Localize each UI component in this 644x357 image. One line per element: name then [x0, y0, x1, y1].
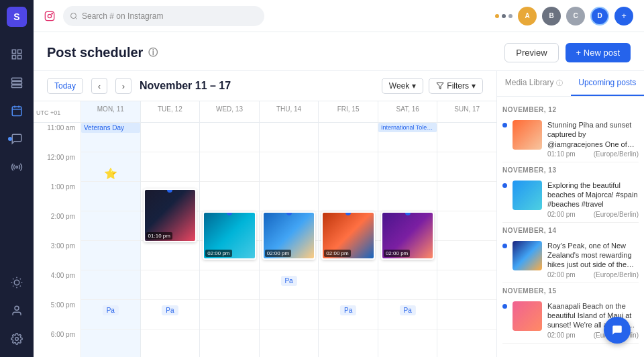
post-time-thu: 02:00 pm [265, 250, 291, 257]
section-nov14: NOVEMBER, 14 [502, 223, 639, 237]
search-bar[interactable]: Search # on Instagram [63, 6, 264, 26]
sidebar-item-chat[interactable] [5, 128, 28, 150]
post-card-thu[interactable]: 02:00 pm [262, 211, 316, 260]
post-time-wed: 02:00 pm [205, 250, 231, 257]
mon-3pm[interactable] [81, 241, 140, 270]
item-text-nov13: Exploring the beautiful beaches of Major… [547, 181, 639, 209]
day-column-tue[interactable]: 01:10 pm Pa [140, 123, 200, 357]
page-header: Post scheduler ⓘ Preview + New post [34, 32, 644, 71]
platform-selector[interactable] [44, 11, 55, 21]
day-header-thu: THU, 14 [259, 101, 319, 122]
post-card-wed[interactable]: 02:00 pm [203, 211, 256, 260]
mon-5pm[interactable]: Pa [81, 300, 140, 329]
upcoming-item-nov13[interactable]: Exploring the beautiful beaches of Major… [502, 176, 639, 223]
day-header-mon: MON, 11 [80, 101, 140, 122]
time-label-1pm: 1:00 pm [34, 182, 80, 211]
app-logo[interactable]: S [7, 7, 27, 27]
preview-button[interactable]: Preview [504, 43, 558, 62]
upcoming-item-nov14[interactable]: Roy's Peak, one of New Zealand's most re… [502, 237, 639, 283]
time-label-11am: 11:00 am [34, 123, 80, 152]
post-card-tue[interactable]: 01:10 pm [144, 189, 197, 242]
mon-pa-badge: Pa [103, 305, 119, 315]
avatar-1[interactable]: A [518, 7, 537, 26]
sidebar-item-calendar[interactable] [5, 99, 28, 122]
veterans-day-banner: Veterans Day [81, 123, 140, 133]
sidebar-item-layers[interactable] [5, 71, 28, 94]
timezone-cell: UTC +01 [34, 101, 80, 122]
day-header-fri: FRI, 15 [318, 101, 378, 122]
section-nov13: NOVEMBER, 13 [502, 162, 639, 176]
mon-1pm[interactable] [81, 182, 140, 211]
item-info-nov13: Exploring the beautiful beaches of Major… [547, 181, 639, 218]
item-info-nov12: Stunning Piha and sunset captured by @ia… [547, 120, 639, 158]
filter-icon [436, 82, 444, 90]
chat-bubble-button[interactable] [604, 317, 631, 344]
mon-2pm[interactable] [81, 211, 140, 241]
section-nov12: NOVEMBER, 12 [502, 102, 639, 116]
item-text-nov14: Roy's Peak, one of New Zealand's most re… [547, 241, 639, 270]
today-button[interactable]: Today [47, 78, 83, 94]
sidebar-item-broadcast[interactable] [5, 156, 28, 178]
day-column-mon[interactable]: Veterans Day ⭐ Pa [80, 123, 140, 357]
mon-4pm[interactable] [81, 270, 140, 300]
svg-rect-5 [12, 82, 22, 85]
svg-rect-0 [12, 50, 15, 53]
post-dot-sat [405, 211, 411, 215]
svg-rect-1 [18, 50, 21, 53]
mon-6pm[interactable] [81, 329, 140, 357]
toolbar-right: Week ▾ Filters ▾ [382, 78, 483, 94]
svg-rect-4 [12, 78, 22, 81]
item-meta-nov12: 01:10 pm (Europe/Berlin) [547, 150, 639, 158]
item-dot-nov12 [502, 123, 507, 128]
day-column-wed[interactable]: 02:00 pm [199, 123, 259, 357]
upcoming-item-nov12[interactable]: Stunning Piha and sunset captured by @ia… [502, 116, 639, 162]
item-meta-nov13: 02:00 pm (Europe/Berlin) [547, 211, 639, 218]
add-account-button[interactable]: + [614, 7, 633, 26]
sidebar-item-user[interactable] [5, 299, 28, 322]
filters-button[interactable]: Filters ▾ [429, 78, 483, 94]
day-header-wed: WED, 13 [199, 101, 259, 122]
day-column-fri[interactable]: 02:00 pm Pa [318, 123, 378, 357]
svg-line-16 [20, 286, 21, 287]
calendar-toolbar: Today ‹ › November 11 – 17 Week ▾ Filter… [34, 71, 496, 101]
avatar-2[interactable]: B [542, 7, 561, 26]
svg-line-27 [75, 17, 76, 19]
svg-point-26 [71, 13, 76, 18]
avatar-3[interactable]: C [566, 7, 585, 26]
calendar-scroll-area[interactable]: UTC +01 MON, 11 TUE, 12 WED, 13 THU, 14 [34, 101, 496, 357]
next-button[interactable]: › [115, 78, 131, 94]
time-label-4pm: 4:00 pm [34, 270, 80, 300]
svg-rect-3 [18, 56, 21, 59]
calendar-grid: UTC +01 MON, 11 TUE, 12 WED, 13 THU, 14 [34, 101, 496, 357]
day-column-sat[interactable]: International Tolerance... 02:00 pm [378, 123, 437, 357]
day-column-sun[interactable] [437, 123, 496, 357]
search-placeholder: Search # on Instagram [82, 11, 163, 21]
day-column-thu[interactable]: 02:00 pm Pa [259, 123, 319, 357]
tab-upcoming-posts[interactable]: Upcoming posts [571, 71, 645, 96]
day-header-sat: SAT, 16 [378, 101, 437, 122]
calendar-header: UTC +01 MON, 11 TUE, 12 WED, 13 THU, 14 [34, 101, 496, 123]
notification-dot [8, 137, 12, 141]
svg-line-20 [20, 278, 21, 279]
post-card-sat[interactable]: 02:00 pm [381, 211, 435, 260]
tab-media-library[interactable]: Media Library ⓘ [497, 71, 571, 96]
item-dot-nov13 [502, 183, 507, 188]
week-selector[interactable]: Week ▾ [382, 78, 423, 94]
mon-12pm[interactable]: ⭐ [81, 152, 140, 182]
star-event: ⭐ [104, 167, 117, 180]
post-dot-thu [286, 211, 292, 215]
sidebar: S [0, 0, 34, 357]
post-time-fri: 02:00 pm [324, 250, 350, 257]
sidebar-item-settings[interactable] [5, 327, 28, 350]
post-card-fri[interactable]: 02:00 pm [321, 211, 375, 260]
section-nov15: NOVEMBER, 15 [502, 283, 639, 297]
post-image-fri: 02:00 pm [323, 213, 374, 258]
new-post-button[interactable]: + New post [566, 43, 631, 62]
item-thumb-nov13 [513, 181, 542, 210]
svg-rect-6 [12, 85, 22, 88]
sidebar-item-sun[interactable] [5, 271, 28, 294]
avatar-4[interactable]: D [590, 7, 609, 26]
prev-button[interactable]: ‹ [91, 78, 107, 94]
sidebar-item-grid[interactable] [5, 43, 28, 66]
post-dot-fri [345, 211, 351, 215]
